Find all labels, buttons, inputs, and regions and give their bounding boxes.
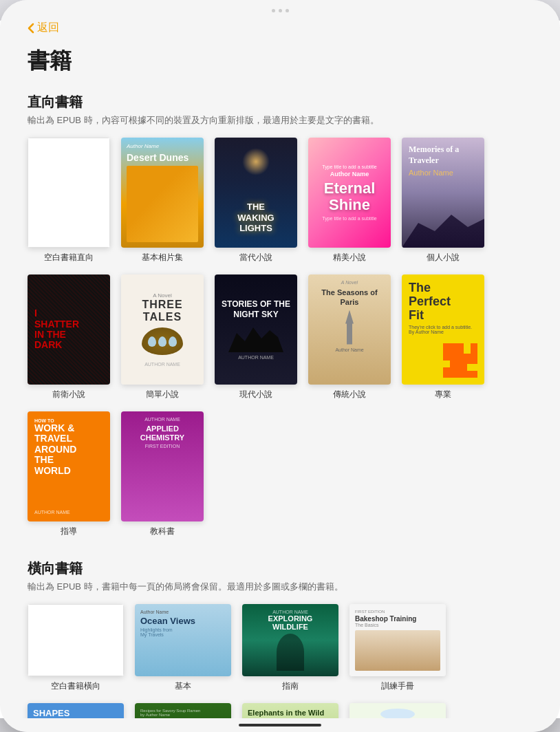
book-item-memories[interactable]: Memories of a Traveler Author Name 個人小說 — [402, 138, 484, 263]
book-item-night-sky[interactable]: STORIES OF THE NIGHT SKY AUTHOR NAME 現代小… — [215, 274, 297, 400]
cover-ramen: Recipes for Savory Soup Ramenby Author N… — [135, 703, 231, 718]
book-item-desert-dunes[interactable]: Author Name Desert Dunes 基本相片集 — [121, 138, 204, 263]
book-item-exploring[interactable]: AUTHOR NAME ExploringWildlife 指南 — [242, 604, 338, 692]
book-item-blank-landscape[interactable]: 空白書籍橫向 — [28, 604, 124, 692]
book-item-waking-lights[interactable]: THEWAKINGLIGHTS 當代小說 — [215, 138, 297, 263]
book-item-shatter[interactable]: ISHATTERIN THEDARK 前衛小說 — [28, 274, 110, 400]
book-label-work-travel: 指導 — [61, 526, 77, 537]
cover-exploring: AUTHOR NAME ExploringWildlife — [242, 604, 338, 676]
cover-three-tales: A Novel THREE TALES AUTHOR NAME — [121, 274, 204, 385]
cover-memories: Memories of a Traveler Author Name — [402, 138, 484, 248]
bottom-bar — [0, 718, 560, 732]
landscape-section-desc: 輸出為 EPUB 時，書籍中每一頁的佈局將會保留。最適用於多圖或多欄的書籍。 — [28, 581, 532, 593]
book-label-eternal-shine: 精美小說 — [333, 252, 366, 263]
back-icon — [28, 23, 34, 34]
book-label-waking-lights: 當代小說 — [239, 252, 272, 263]
book-label-exploring: 指南 — [282, 680, 299, 692]
cover-work-travel: HOW TO WORK &TRAVELAROUNDTHEWORLD AUTHOR… — [28, 411, 110, 521]
cover-blank-landscape — [28, 604, 124, 676]
book-label-chemistry: 教科書 — [150, 526, 175, 537]
book-item-blank-portrait[interactable]: 空白書籍直向 — [28, 138, 110, 263]
portrait-books-grid: 空白書籍直向 Author Name Desert Dunes 基本相片集 — [28, 138, 532, 537]
book-label-memories: 個人小說 — [427, 252, 460, 263]
cover-shatter: ISHATTERIN THEDARK — [28, 274, 110, 385]
page-title: 書籍 — [28, 46, 532, 76]
cover-shapes: SHAPES&ANGLES ARCHITECTURAL PHOTOGRAPHY — [28, 703, 124, 718]
book-item-kitty[interactable]: Kitty's Morning Walk By Author Name 故事 — [349, 703, 446, 718]
main-content: 返回 書籍 直向書籍 輸出為 EPUB 時，內容可根據不同的裝置及方向重新排版，… — [0, 21, 560, 718]
book-label-night-sky: 現代小說 — [239, 389, 272, 400]
cover-chemistry: AUTHOR NAME APPLIED CHEMISTRY FIRST EDIT… — [121, 411, 204, 521]
book-item-three-tales[interactable]: A Novel THREE TALES AUTHOR NAME 簡單小說 — [121, 274, 204, 400]
book-label-seasons-paris: 傳統小說 — [333, 389, 366, 400]
book-item-ocean-views[interactable]: Author Name Ocean Views Highlights fromM… — [135, 604, 231, 692]
book-label-blank-portrait: 空白書籍直向 — [44, 252, 94, 263]
cover-kitty: Kitty's Morning Walk By Author Name — [349, 703, 446, 718]
book-item-bakeshop[interactable]: FIRST EDITION Bakeshop Training The Basi… — [349, 604, 446, 692]
book-label-blank-landscape: 空白書籍橫向 — [51, 680, 100, 692]
cover-waking-lights: THEWAKINGLIGHTS — [215, 138, 297, 248]
notch-dots — [272, 9, 289, 12]
cover-perfect-fit: ThePerfectFit They're click to add a sub… — [402, 274, 484, 385]
book-item-elephants[interactable]: Elephants in the Wild AUTHOR NAME 報告 — [242, 703, 338, 718]
book-label-three-tales: 簡單小說 — [146, 389, 179, 400]
back-button[interactable]: 返回 — [28, 21, 532, 35]
cover-elephants: Elephants in the Wild AUTHOR NAME — [242, 703, 338, 718]
book-label-bakeshop: 訓練手冊 — [381, 680, 414, 692]
book-item-perfect-fit[interactable]: ThePerfectFit They're click to add a sub… — [402, 274, 484, 400]
book-item-eternal-shine[interactable]: Type title to add a subtitle Author Name… — [308, 138, 391, 263]
home-indicator — [239, 724, 321, 726]
landscape-section-title: 橫向書籍 — [28, 559, 532, 578]
book-item-chemistry[interactable]: AUTHOR NAME APPLIED CHEMISTRY FIRST EDIT… — [121, 411, 204, 537]
cover-eternal-shine: Type title to add a subtitle Author Name… — [308, 138, 391, 248]
book-item-ramen[interactable]: Recipes for Savory Soup Ramenby Author N… — [135, 703, 231, 718]
portrait-section-title: 直向書籍 — [28, 93, 532, 111]
book-label-desert-dunes: 基本相片集 — [142, 252, 183, 263]
back-label: 返回 — [37, 21, 59, 35]
book-label-perfect-fit: 專業 — [435, 389, 451, 400]
notch-bar — [0, 0, 560, 21]
book-item-work-travel[interactable]: HOW TO WORK &TRAVELAROUNDTHEWORLD AUTHOR… — [28, 411, 110, 537]
cover-ocean-views: Author Name Ocean Views Highlights fromM… — [135, 604, 231, 676]
cover-night-sky: STORIES OF THE NIGHT SKY AUTHOR NAME — [215, 274, 297, 385]
book-label-shatter: 前衛小說 — [52, 389, 85, 400]
device-frame: 返回 書籍 直向書籍 輸出為 EPUB 時，內容可根據不同的裝置及方向重新排版，… — [0, 0, 560, 732]
cover-desert-dunes: Author Name Desert Dunes — [121, 138, 204, 248]
cover-blank-portrait — [28, 138, 110, 248]
cover-bakeshop: FIRST EDITION Bakeshop Training The Basi… — [349, 604, 446, 676]
book-item-seasons-paris[interactable]: A Novel The Seasons of Paris Author Name… — [308, 274, 391, 400]
landscape-books-grid: 空白書籍橫向 Author Name Ocean Views Highlight… — [28, 604, 532, 718]
book-label-ocean-views: 基本 — [175, 680, 191, 692]
cover-seasons-paris: A Novel The Seasons of Paris Author Name — [308, 274, 391, 385]
book-item-shapes[interactable]: SHAPES&ANGLES ARCHITECTURAL PHOTOGRAPHY … — [28, 703, 124, 718]
portrait-section-desc: 輸出為 EPUB 時，內容可根據不同的裝置及方向重新排版，最適用於主要是文字的書… — [28, 114, 532, 127]
